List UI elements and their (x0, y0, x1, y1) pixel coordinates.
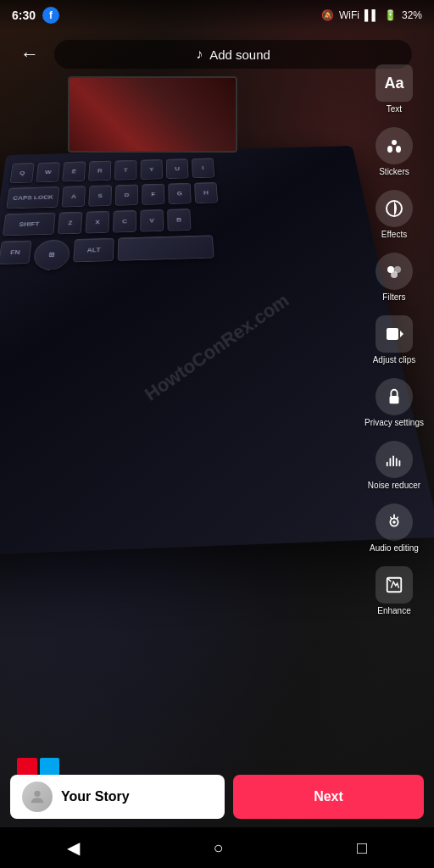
facebook-icon: f (42, 7, 59, 24)
svg-point-20 (34, 791, 40, 797)
tool-filters[interactable]: Filters (372, 248, 416, 307)
status-left: 6:30 f (12, 7, 59, 24)
key-h: H (194, 182, 218, 203)
key-i: I (192, 158, 214, 178)
svg-rect-12 (392, 455, 394, 466)
key-v: V (140, 209, 164, 232)
svg-point-1 (387, 146, 392, 153)
effects-tool-label: Effects (381, 230, 407, 239)
svg-rect-13 (396, 458, 398, 466)
user-avatar (22, 782, 53, 812)
add-sound-label: Add sound (209, 47, 270, 62)
text-tool-label: Text (387, 104, 402, 114)
your-story-button[interactable]: Your Story (10, 775, 225, 819)
filters-icon (376, 253, 413, 290)
key-r: R (88, 161, 111, 181)
key-caps: CAPS LOCK (6, 186, 59, 209)
android-recent-button[interactable]: □ (348, 830, 376, 866)
tool-audio-editing[interactable]: Audio editing (366, 498, 422, 558)
key-e: E (62, 161, 86, 181)
key-s: S (88, 185, 112, 206)
battery-text: 32% (402, 9, 422, 21)
key-t: T (114, 160, 137, 181)
tool-stickers[interactable]: Stickers (372, 122, 416, 181)
mute-icon: 🔕 (321, 9, 334, 21)
privacy-icon (376, 378, 413, 415)
key-d: D (115, 185, 138, 206)
key-shift: SHIFT (3, 213, 56, 236)
status-time: 6:30 (12, 8, 36, 22)
svg-point-16 (392, 520, 396, 524)
tool-effects[interactable]: Effects (372, 185, 416, 244)
svg-rect-7 (387, 328, 398, 340)
wifi-icon: WiFi (339, 9, 359, 21)
back-button[interactable]: ← (14, 36, 46, 72)
music-icon: ♪ (196, 47, 203, 62)
next-label: Next (314, 789, 343, 804)
right-tools-sidebar: Aa Text Stickers Effects (361, 59, 427, 620)
audio-editing-icon (376, 504, 413, 541)
svg-point-6 (391, 271, 398, 278)
status-bar: 6:30 f 🔕 WiFi ▌▌ 🔋 32% (0, 0, 434, 31)
key-f: F (142, 184, 164, 205)
enhance-tool-label: Enhance (377, 606, 410, 615)
svg-rect-9 (389, 396, 398, 403)
key-fn: FN (0, 241, 31, 265)
inset-screen (68, 76, 237, 153)
tool-noise-reducer[interactable]: Noise reducer (364, 436, 424, 495)
privacy-tool-label: Privacy settings (364, 418, 424, 427)
svg-rect-14 (398, 460, 400, 466)
app-container: Q W E R T Y U I CAPS LOCK A S D F G H SH… (0, 0, 434, 868)
tool-adjust-clips[interactable]: Adjust clips (370, 310, 420, 370)
key-u: U (166, 159, 189, 179)
text-icon: Aa (376, 64, 413, 102)
key-g: G (168, 183, 192, 204)
tool-text[interactable]: Aa Text (372, 59, 416, 119)
key-c: C (113, 210, 136, 233)
android-back-button[interactable]: ◀ (58, 829, 88, 866)
noise-reducer-tool-label: Noise reducer (368, 481, 420, 490)
key-y: Y (141, 159, 163, 180)
android-home-button[interactable]: ○ (204, 830, 231, 866)
add-sound-button[interactable]: ♪ Add sound (54, 40, 412, 69)
audio-editing-tool-label: Audio editing (370, 543, 419, 553)
battery-icon: 🔋 (384, 9, 397, 21)
stickers-tool-label: Stickers (379, 167, 409, 176)
key-x: X (85, 211, 109, 234)
svg-point-2 (396, 146, 401, 153)
signal-icon: ▌▌ (364, 9, 379, 21)
status-right: 🔕 WiFi ▌▌ 🔋 32% (321, 9, 422, 21)
key-space (118, 235, 214, 261)
key-a: A (61, 186, 86, 207)
key-q: Q (9, 163, 34, 183)
svg-rect-10 (387, 462, 388, 467)
svg-marker-8 (400, 331, 403, 337)
svg-point-0 (392, 140, 397, 145)
android-nav-bar: ◀ ○ □ (0, 827, 434, 868)
enhance-icon (376, 566, 413, 604)
key-w: W (36, 162, 60, 182)
key-z: Z (58, 212, 83, 235)
tool-privacy-settings[interactable]: Privacy settings (361, 373, 427, 432)
your-story-label: Your Story (61, 789, 130, 804)
tool-enhance[interactable]: Enhance (372, 561, 416, 620)
effects-icon (376, 190, 413, 227)
key-b: B (167, 209, 191, 231)
adjust-clips-tool-label: Adjust clips (373, 355, 416, 364)
key-win: ⊞ (32, 239, 70, 270)
noise-reducer-icon (376, 441, 413, 478)
svg-rect-11 (389, 458, 391, 466)
bottom-action-bar: Your Story Next (0, 766, 434, 827)
filters-tool-label: Filters (382, 292, 405, 302)
key-alt: ALT (73, 238, 114, 263)
adjust-clips-icon (376, 315, 413, 353)
next-button[interactable]: Next (233, 775, 424, 819)
stickers-icon (376, 127, 413, 164)
